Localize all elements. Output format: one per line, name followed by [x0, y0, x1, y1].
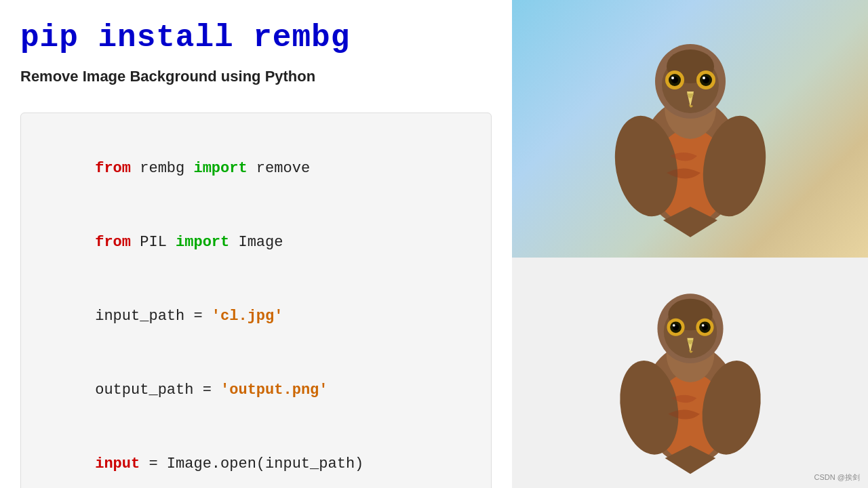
keyword-input: input: [95, 455, 140, 472]
right-panel: CSDN @挨剑: [512, 0, 868, 488]
keyword-import-1: import: [193, 160, 247, 177]
keyword-from-1: from: [95, 160, 131, 177]
bird-image-no-background: CSDN @挨剑: [512, 258, 868, 488]
string-output-png: 'output.png': [220, 382, 328, 399]
bird-image-with-background: [512, 0, 868, 258]
code-line-1: from rembg import remove: [41, 132, 471, 206]
left-panel: pip install rembg Remove Image Backgroun…: [0, 0, 512, 488]
svg-point-31: [701, 324, 704, 327]
svg-point-15: [703, 77, 705, 79]
code-line-2: from PIL import Image: [41, 206, 471, 280]
code-line-3: input_path = 'cl.jpg': [41, 280, 471, 354]
code-block: from rembg import remove from PIL import…: [20, 113, 492, 488]
page-subtitle: Remove Image Background using Python: [20, 68, 492, 85]
hawk-svg-top: [589, 20, 792, 237]
keyword-from-2: from: [95, 234, 131, 251]
string-cl-jpg: 'cl.jpg': [212, 308, 283, 325]
hawk-svg-bottom: [595, 271, 785, 474]
code-line-5: input = Image.open(input_path): [41, 428, 471, 488]
keyword-import-2: import: [176, 234, 229, 251]
code-line-4: output_path = 'output.png': [41, 354, 471, 428]
page-title: pip install rembg: [20, 20, 492, 56]
svg-point-27: [672, 324, 675, 327]
svg-point-11: [671, 77, 674, 79]
watermark: CSDN @挨剑: [814, 472, 860, 483]
